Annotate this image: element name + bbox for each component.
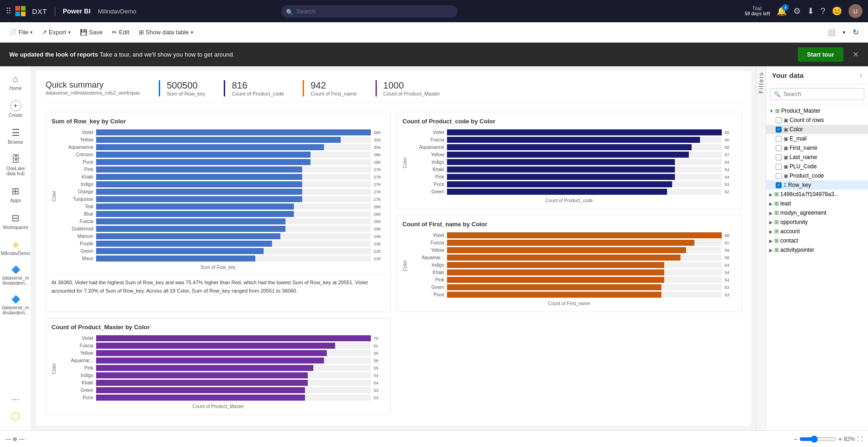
browse-icon: ☰	[12, 127, 20, 138]
expand-icon-9: ▶	[769, 192, 773, 197]
download-icon[interactable]: ⬇	[807, 6, 814, 16]
fit-page-button[interactable]: ⛶	[857, 436, 862, 442]
report-canvas[interactable]: Quick summary dataverse_milindavdemo_cds…	[32, 66, 756, 430]
table-icon-12: ⊞	[774, 219, 779, 225]
check-3[interactable]	[776, 136, 782, 142]
tree-item-9[interactable]: ▶ ⊞ 1498cd1a7f104978a3...	[766, 190, 868, 199]
check-8[interactable]: ✓	[776, 182, 782, 188]
tree-item-8[interactable]: ✓ Σ Row_key	[766, 180, 868, 190]
close-announcement-icon[interactable]: ✕	[853, 50, 859, 59]
chart1-y-label: Color	[52, 191, 57, 202]
sidebar-item-browse[interactable]: ☰ Browse	[2, 123, 30, 148]
right-panel-search: 🔍	[766, 84, 868, 104]
trial-info: Trial: 59 days left	[745, 6, 770, 16]
tree-item-12[interactable]: ▶ ⊞ opportunity	[766, 217, 868, 227]
tree-item-13[interactable]: ▶ ⊞ account	[766, 227, 868, 236]
tree-item-15[interactable]: ▶ ⊞ activitypointer	[766, 245, 868, 255]
sidebar-item-apps-label: Apps	[10, 198, 21, 203]
sidebar-item-workspaces[interactable]: ⊟ Workspaces	[2, 209, 30, 234]
tree-item-10[interactable]: ▶ ⊞ lead	[766, 199, 868, 208]
report-toolbar: 📄 File ▾ ↗ Export ▾ 💾 Save ✏ Edit ⊞ Show…	[0, 22, 868, 43]
expand-icon-14: ▶	[769, 238, 773, 243]
tree-item-label-15: activitypointer	[780, 247, 814, 253]
chart-product-master[interactable]: Count of Product_Master by Color Color V…	[45, 318, 391, 415]
sidebar-item-apps[interactable]: ⊞ Apps	[2, 182, 30, 207]
notification-btn[interactable]: 🔔 4	[777, 6, 787, 16]
metric-first-name-value: 942	[311, 80, 357, 91]
more-icon: ···	[12, 395, 19, 404]
tree-item-label-9: 1498cd1a7f104978a3...	[780, 191, 839, 198]
right-panel-search-input[interactable]	[770, 88, 864, 100]
settings-icon[interactable]: ⚙	[793, 6, 801, 16]
tree-item-3[interactable]: ▣ E_mail	[766, 134, 868, 143]
chart-first-name[interactable]: Count of First_name by Color Color Viole…	[396, 215, 742, 312]
start-tour-button[interactable]: Start tour	[798, 47, 844, 62]
chart4-bars: Violet 70 Fuscia 61 Yellow 59 Aquamar...…	[58, 335, 385, 402]
table-icon-14: ⊞	[774, 237, 779, 244]
sidebar-item-dataverse2[interactable]: 🔷 dataverse_m ilindavdem...	[2, 291, 30, 319]
user-icon[interactable]: 😊	[832, 6, 842, 16]
grid-icon[interactable]: ⠿	[6, 6, 12, 16]
check-1[interactable]	[776, 117, 782, 123]
tree-item-1[interactable]: ▣ Count of rows	[766, 115, 868, 125]
window-button[interactable]: ⬜	[824, 27, 839, 38]
check-6[interactable]	[776, 164, 782, 170]
check-5[interactable]	[776, 154, 782, 160]
charts-grid: Sum of Row_key by Color Color Violet 36K…	[45, 112, 742, 415]
quick-summary-title-block: Quick summary dataverse_milindavdemo_cds…	[45, 80, 140, 96]
nav-search-input[interactable]	[281, 5, 458, 18]
tree-item-11[interactable]: ▶ ⊞ msdyn_agreement	[766, 208, 868, 217]
chart2-bars: Violet 65 Fuscia 60 Aquamarine 58 Yellow…	[409, 129, 736, 196]
save-button[interactable]: 💾 Save	[76, 27, 107, 38]
zoom-control: − + 82% ⛶	[794, 435, 862, 443]
tree-item-6[interactable]: ▣ PLU_Code	[766, 162, 868, 171]
chart-row-key[interactable]: Sum of Row_key by Color Color Violet 36K…	[45, 112, 391, 312]
check-7[interactable]	[776, 173, 782, 179]
expand-icon-10: ▶	[769, 201, 773, 206]
zoom-in-button[interactable]: +	[838, 435, 842, 443]
sidebar-item-home[interactable]: ⌂ Home	[2, 70, 30, 95]
edit-button[interactable]: ✏ Edit	[108, 27, 133, 38]
file-button[interactable]: 📄 File ▾	[6, 27, 36, 38]
tree-item-14[interactable]: ▶ ⊞ contact	[766, 236, 868, 245]
collapse-right-panel-icon[interactable]: ‹	[860, 71, 862, 79]
right-panel-search-icon: 🔍	[774, 91, 781, 97]
tree-item-0[interactable]: ▼ ⊞ Product_Master	[766, 106, 868, 115]
sidebar-item-create-label: Create	[8, 113, 22, 118]
check-4[interactable]	[776, 145, 782, 151]
tree-item-2[interactable]: ✓ ▣ Color	[766, 125, 868, 134]
show-data-table-button[interactable]: ⊞ Show data table ▾	[135, 27, 197, 38]
sidebar-item-milindavdemo-label: MilindavDemo	[1, 251, 30, 256]
sidebar-item-dataverse1-label: dataverse_m ilindavdem...	[2, 275, 29, 286]
sidebar-item-dataverse1[interactable]: 🔷 dataverse_m ilindavdem...	[2, 262, 30, 289]
zoom-out-button[interactable]: −	[794, 435, 797, 443]
file-icon: 📄	[9, 29, 17, 36]
sidebar-item-create[interactable]: + Create	[2, 96, 30, 121]
sidebar-more-button[interactable]: ···	[2, 391, 30, 408]
filters-toggle[interactable]: Filters	[756, 66, 766, 430]
chart1-x-label: Sum of Row_key	[52, 265, 385, 270]
tree-item-label-1: Count of rows	[790, 117, 824, 123]
chart-product-code[interactable]: Count of Product_code by Color Color Vio…	[396, 112, 742, 209]
tree-item-label-0: Product_Master	[781, 108, 821, 114]
metric-product-master-label: Count of Product_Master	[383, 91, 440, 96]
onelake-icon: 🗄	[11, 154, 20, 165]
field-icon-3: ▣	[784, 136, 788, 142]
tree-item-4[interactable]: ▣ First_name	[766, 143, 868, 153]
check-2[interactable]: ✓	[776, 127, 782, 133]
quick-summary-subtitle: dataverse_milindavdemo_cds2_workspac	[45, 90, 140, 96]
zoom-slider[interactable]	[799, 435, 836, 443]
sidebar-item-milindavdemo[interactable]: ◈ MilindavDemo	[2, 236, 30, 260]
metric-row-key: 500500 Sum of Row_key	[159, 80, 205, 96]
sidebar-item-onelake[interactable]: 🗄 OneLake data hub	[2, 150, 30, 180]
tree-item-7[interactable]: ▣ Product_code	[766, 171, 868, 180]
metric-row-key-value: 500500	[167, 80, 205, 91]
tree-item-5[interactable]: ▣ Last_name	[766, 153, 868, 162]
table-icon-10: ⊞	[774, 200, 779, 207]
help-icon[interactable]: ?	[821, 6, 825, 16]
table-icon-15: ⊞	[774, 247, 779, 253]
refresh-button[interactable]: ↻	[849, 26, 862, 38]
export-button[interactable]: ↗ Export ▾	[38, 27, 74, 38]
nav-right-actions: Trial: 59 days left 🔔 4 ⚙ ⬇ ? 😊 U	[745, 4, 862, 18]
user-avatar[interactable]: U	[849, 4, 862, 18]
